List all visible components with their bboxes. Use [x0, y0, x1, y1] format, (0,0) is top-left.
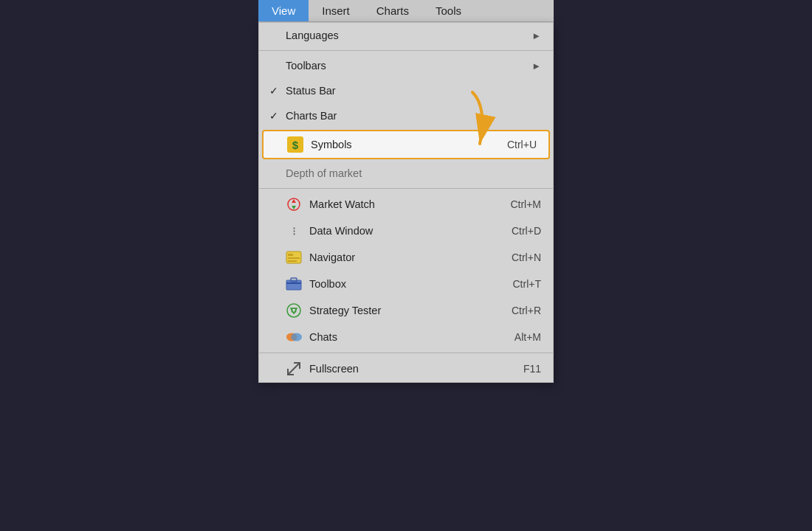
- strategy-tester-label: Strategy Tester: [309, 305, 482, 316]
- menu-item-fullscreen[interactable]: Fullscreen F11: [259, 355, 553, 382]
- market-watch-label: Market Watch: [309, 198, 481, 210]
- menu-item-toolbars[interactable]: Toolbars ►: [259, 53, 553, 78]
- depth-of-market-label: Depth of market: [286, 167, 541, 179]
- chats-label: Chats: [309, 331, 485, 343]
- menu-item-symbols[interactable]: $ Symbols Ctrl+U: [262, 130, 550, 159]
- market-watch-icon: [286, 196, 302, 212]
- svg-marker-1: [292, 199, 296, 203]
- navigator-shortcut: Ctrl+N: [512, 251, 541, 263]
- strategy-tester-icon: [286, 302, 302, 319]
- divider-3: [259, 353, 553, 353]
- svg-rect-6: [288, 260, 297, 262]
- charts-bar-label: Charts Bar: [286, 110, 541, 122]
- svg-rect-4: [288, 254, 293, 256]
- divider-2: [259, 188, 553, 189]
- status-bar-check-icon: ✓: [269, 85, 278, 97]
- menu-item-data-window[interactable]: ⁝ Data Window Ctrl+D: [259, 218, 553, 244]
- fullscreen-label: Fullscreen: [309, 363, 494, 375]
- menu-item-languages[interactable]: Languages ►: [259, 23, 553, 48]
- divider-1: [259, 50, 553, 51]
- menu-item-strategy-tester[interactable]: Strategy Tester Ctrl+R: [259, 297, 553, 324]
- navigator-label: Navigator: [309, 251, 482, 263]
- menu-item-status-bar[interactable]: ✓ Status Bar: [259, 78, 553, 103]
- svg-line-14: [288, 363, 300, 375]
- menu-item-depth-of-market[interactable]: Depth of market: [259, 161, 553, 186]
- languages-arrow-icon: ►: [531, 30, 541, 41]
- svg-rect-5: [288, 257, 300, 259]
- data-window-label: Data Window: [309, 225, 482, 237]
- status-bar-label: Status Bar: [286, 85, 541, 97]
- toolbox-label: Toolbox: [309, 278, 484, 290]
- view-dropdown: Languages ► Toolbars ► ✓ Status Bar ✓ Ch…: [258, 22, 554, 383]
- menu-container: View Insert Charts Tools Languages ► Too…: [258, 0, 554, 383]
- symbols-dollar-icon: $: [287, 136, 303, 153]
- menu-bar: View Insert Charts Tools: [258, 0, 554, 22]
- menu-item-toolbox[interactable]: Toolbox Ctrl+T: [259, 271, 553, 297]
- toolbox-shortcut: Ctrl+T: [513, 278, 542, 290]
- menu-item-market-watch[interactable]: Market Watch Ctrl+M: [259, 191, 553, 218]
- menu-item-navigator[interactable]: Navigator Ctrl+N: [259, 244, 553, 271]
- menubar-item-insert[interactable]: Insert: [309, 0, 363, 21]
- svg-point-10: [287, 304, 300, 317]
- fullscreen-shortcut: F11: [523, 363, 541, 375]
- symbols-shortcut: Ctrl+U: [507, 139, 537, 150]
- menubar-item-charts[interactable]: Charts: [363, 0, 422, 21]
- languages-label: Languages: [286, 30, 526, 41]
- svg-point-13: [291, 333, 302, 341]
- menu-item-chats[interactable]: Chats Alt+M: [259, 324, 553, 350]
- menu-item-charts-bar[interactable]: ✓ Charts Bar: [259, 103, 553, 128]
- chats-shortcut: Alt+M: [515, 331, 541, 343]
- symbols-label: Symbols: [311, 139, 478, 150]
- fullscreen-icon: [286, 361, 302, 377]
- strategy-tester-shortcut: Ctrl+R: [512, 305, 541, 316]
- chats-icon: [286, 329, 302, 345]
- navigator-icon: [286, 249, 302, 266]
- svg-rect-8: [286, 282, 301, 284]
- menubar-item-view[interactable]: View: [258, 0, 309, 21]
- data-window-icon: ⁝: [286, 223, 302, 239]
- data-window-shortcut: Ctrl+D: [512, 225, 541, 237]
- toolbars-arrow-icon: ►: [531, 60, 541, 72]
- toolbars-label: Toolbars: [286, 60, 526, 72]
- market-watch-shortcut: Ctrl+M: [510, 198, 541, 210]
- svg-marker-2: [292, 206, 296, 209]
- menubar-item-tools[interactable]: Tools: [422, 0, 475, 21]
- symbols-icon: $: [287, 136, 303, 153]
- charts-bar-check-icon: ✓: [269, 110, 278, 122]
- toolbox-icon: [286, 276, 302, 292]
